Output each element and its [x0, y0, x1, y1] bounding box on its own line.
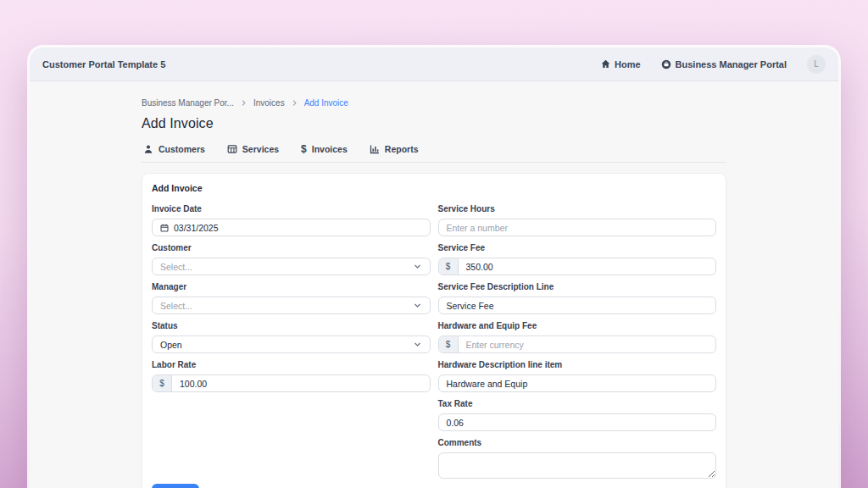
input-content: Enter a number	[439, 223, 716, 233]
labor-rate-label: Labor Rate	[152, 360, 431, 369]
currency-prefix: $	[153, 375, 172, 391]
home-icon	[601, 59, 610, 69]
person-icon	[143, 144, 153, 154]
tab-label: Customers	[159, 144, 205, 154]
hardware-and-equip-fee-label: Hardware and Equip Fee	[438, 321, 717, 330]
breadcrumb-item-invoices[interactable]: Invoices	[253, 98, 285, 108]
portal-icon	[661, 59, 671, 69]
chevron-right-icon	[291, 99, 298, 107]
nav-item-label: Home	[615, 59, 641, 69]
input-placeholder: Enter a number	[447, 223, 508, 233]
invoice-date-input[interactable]: 03/31/2025	[152, 219, 431, 236]
tax-rate-input[interactable]: 0.06	[438, 413, 717, 431]
hardware-and-equip-fee-input[interactable]: $Enter currency	[438, 336, 717, 353]
app-window: Customer Portal Template 5 HomeBusiness …	[30, 47, 838, 488]
hardware-description-line-item-field-group: Hardware Description line itemHardware a…	[438, 360, 717, 392]
tab-customers[interactable]: Customers	[143, 144, 205, 154]
service-fee-description-line-field-group: Service Fee Description LineService Fee	[438, 282, 717, 314]
service-fee-input[interactable]: $350.00	[438, 258, 717, 275]
comments-field-group: Comments	[438, 438, 717, 479]
breadcrumb-item-business-manager-por[interactable]: Business Manager Por...	[142, 98, 234, 108]
dollar-icon: $	[301, 144, 307, 154]
tax-rate-label: Tax Rate	[438, 399, 717, 408]
input-content: Select...	[153, 262, 430, 272]
page-title: Add Invoice	[142, 116, 726, 131]
service-hours-input[interactable]: Enter a number	[438, 219, 717, 236]
service-fee-description-line-input[interactable]: Service Fee	[438, 297, 717, 314]
currency-prefix: $	[439, 258, 459, 274]
tab-bar: CustomersServices$InvoicesReports	[142, 142, 726, 163]
status-field-group: StatusOpen	[152, 321, 431, 353]
submit-button[interactable]: Submit	[152, 484, 199, 488]
service-fee-field-group: Service Fee$350.00	[438, 243, 717, 275]
service-fee-description-line-label: Service Fee Description Line	[438, 282, 717, 291]
comments-textarea[interactable]	[438, 452, 717, 479]
header-nav: HomeBusiness Manager Portal L	[601, 55, 826, 74]
input-value: Service Fee	[447, 301, 494, 311]
calendar-icon	[160, 224, 169, 232]
form-grid: Invoice Date03/31/2025CustomerSelect...M…	[152, 197, 716, 479]
tab-label: Services	[242, 144, 279, 154]
input-value: 350.00	[459, 262, 501, 272]
app-header: Customer Portal Template 5 HomeBusiness …	[30, 47, 838, 81]
input-value: 100.00	[172, 379, 214, 389]
input-content: Select...	[153, 301, 430, 311]
add-invoice-card: Add Invoice Invoice Date03/31/2025Custom…	[142, 173, 726, 488]
input-content: Open	[153, 340, 430, 350]
input-content: 03/31/2025	[153, 223, 430, 233]
tab-label: Invoices	[312, 144, 348, 154]
chevron-right-icon	[240, 99, 248, 107]
bar-chart-icon	[370, 144, 380, 154]
input-value: Open	[160, 340, 182, 350]
app-title: Customer Portal Template 5	[42, 59, 165, 69]
input-value: Hardware and Equip	[447, 379, 528, 389]
manager-label: Manager	[152, 282, 431, 291]
chevron-right-icon	[291, 99, 298, 107]
manager-field-group: ManagerSelect...	[152, 282, 431, 314]
invoice-date-field-group: Invoice Date03/31/2025	[152, 204, 431, 236]
tab-invoices[interactable]: $Invoices	[301, 144, 348, 154]
form-column-left: Invoice Date03/31/2025CustomerSelect...M…	[152, 197, 431, 479]
tax-rate-field-group: Tax Rate0.06	[438, 399, 717, 431]
labor-rate-input[interactable]: $100.00	[152, 374, 431, 392]
service-fee-label: Service Fee	[438, 243, 717, 252]
chevron-right-icon	[240, 99, 248, 107]
input-value: Select...	[160, 301, 192, 311]
service-hours-field-group: Service HoursEnter a number	[438, 204, 717, 236]
date-content: 03/31/2025	[160, 223, 219, 233]
chevron-down-icon	[413, 301, 422, 310]
comments-label: Comments	[438, 438, 717, 447]
invoice-date-label: Invoice Date	[152, 204, 431, 214]
customer-select[interactable]: Select...	[152, 258, 431, 275]
currency-prefix: $	[439, 336, 459, 352]
nav-item-home[interactable]: Home	[601, 59, 641, 69]
status-select[interactable]: Open	[152, 336, 431, 353]
input-value: 0.06	[447, 418, 464, 428]
hardware-and-equip-fee-field-group: Hardware and Equip Fee$Enter currency	[438, 321, 717, 353]
form-column-right: Service HoursEnter a numberService Fee$3…	[438, 197, 717, 479]
avatar[interactable]: L	[807, 55, 826, 74]
tab-reports[interactable]: Reports	[370, 144, 419, 154]
table-icon	[227, 144, 237, 154]
chevron-down-icon	[413, 262, 422, 271]
service-hours-label: Service Hours	[438, 204, 717, 214]
customer-field-group: CustomerSelect...	[152, 243, 431, 275]
content-column: Business Manager Por...InvoicesAdd Invoi…	[142, 81, 726, 488]
hardware-description-line-item-label: Hardware Description line item	[438, 360, 717, 369]
input-value: 03/31/2025	[174, 223, 219, 233]
tab-label: Reports	[385, 144, 419, 154]
input-placeholder: Enter currency	[459, 340, 531, 350]
tab-services[interactable]: Services	[227, 144, 279, 154]
labor-rate-field-group: Labor Rate$100.00	[152, 360, 431, 392]
hardware-description-line-item-input[interactable]: Hardware and Equip	[438, 374, 717, 392]
header-nav-items: HomeBusiness Manager Portal	[601, 59, 787, 69]
breadcrumb-item-add-invoice: Add Invoice	[304, 98, 348, 108]
input-content: 0.06	[439, 418, 716, 428]
input-content: Service Fee	[439, 301, 716, 311]
main-area: Business Manager Por...InvoicesAdd Invoi…	[30, 81, 838, 488]
input-content: Hardware and Equip	[439, 379, 716, 389]
manager-select[interactable]: Select...	[152, 297, 431, 314]
nav-item-business-manager-portal[interactable]: Business Manager Portal	[661, 59, 787, 69]
breadcrumb: Business Manager Por...InvoicesAdd Invoi…	[142, 98, 726, 108]
chevron-down-icon	[413, 340, 422, 349]
